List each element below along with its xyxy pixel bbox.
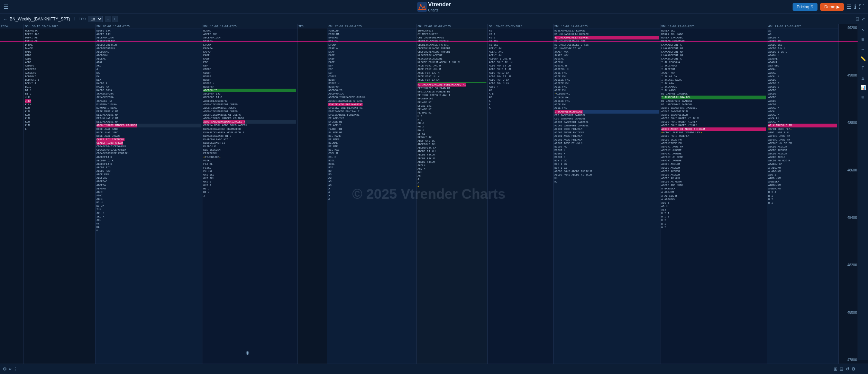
sidebar-pencil-icon[interactable]: ✏ <box>862 46 865 52</box>
col0-content <box>0 28 24 40</box>
grid-icon-button[interactable]: ☰ <box>847 3 851 10</box>
price-label: 48000 <box>839 311 857 314</box>
col-sd7: SD: 03-02 07-02-2025 HI HI J HI J HI JKL… <box>488 24 553 364</box>
price-label: 49000 <box>839 73 857 77</box>
top-navigation-bar: ☰ Vtrender Charts Pricing ₹ Demo ▶ ☰ ℹ ⛶ <box>0 0 868 14</box>
col1-header: SD: 30-12 03-01-2025 <box>24 24 95 28</box>
sidebar-chart-icon[interactable]: 📊 <box>860 85 866 90</box>
price-label: 48600 <box>839 168 857 172</box>
sidebar-magnet-icon[interactable]: ⊞ <box>862 37 865 42</box>
separator: | <box>74 17 75 21</box>
refresh-button[interactable]: ↺ <box>846 366 849 372</box>
back-button[interactable]: ← <box>3 16 8 22</box>
sidebar-shape-icon[interactable]: △ <box>862 75 865 81</box>
settings-button[interactable]: ⚙ <box>3 366 7 372</box>
bottom-toolbar: ⚙ W ⋮ ⊞ ⊟ ↺ ⚙ <box>0 364 868 374</box>
col5-content: FGNKLMA EFGKLMA EFGLMA EFG MA EFGMA EFAF… <box>327 28 416 202</box>
col-sd3: SD: 13-01 17-01-2025 NJEML ACEFG JKM ABC… <box>202 24 298 364</box>
col3-content: NJEML ACEFG JKM ABCEFGHIJKM EFGLMA EFGMA… <box>202 28 297 198</box>
col4-content <box>298 28 327 30</box>
col8-content: HIJLMAFGJKLIJ KLMABC HI JKLMAFGJKLIJ KLM… <box>554 28 660 184</box>
price-label: 48200 <box>839 263 857 267</box>
price-label: 48800 <box>839 121 857 125</box>
col-sd9: SD: 17-02 21-02-2025 BDKLA JKL BDKLA JKL… <box>660 24 767 364</box>
col2-header: SD: 06-01 10-01-2025 <box>95 24 202 28</box>
col0-header: 2024 <box>0 24 24 28</box>
topbar-left: ☰ <box>0 3 12 10</box>
pricing-button[interactable]: Pricing ₹ <box>793 3 817 11</box>
more-options-button[interactable]: ⋮ <box>13 366 18 372</box>
chart-toolbar: ← BN_Weekly_(BANKNIFTY_SPT) | TPO 18 12 … <box>0 14 868 24</box>
col2-content: NDEFG IJA ACEFG IJM ABCEFGHIJKM ABCDEFGH… <box>95 28 202 233</box>
price-axis: 49200 49000 48800 48600 48400 48200 4800… <box>839 24 858 364</box>
zoom-in-button[interactable]: + <box>112 16 118 22</box>
sidebar-text-icon[interactable]: T <box>862 66 865 71</box>
secondbar-right-icons: ⊡ ⤢ <box>856 16 865 21</box>
hamburger-icon[interactable]: ☰ <box>3 3 8 10</box>
sidebar-cursor-icon[interactable]: ↖ <box>862 27 865 33</box>
logo-text: Vtrender <box>428 1 451 8</box>
fullscreen-icon-button[interactable]: ⛶ <box>859 4 865 10</box>
demo-button[interactable]: Demo ▶ <box>820 3 844 11</box>
col10-content: AC AC ABCDE K ABCDE JK ABCDE JKL ABCDE I… <box>767 28 838 205</box>
right-sidebar: ↖ ⊞ ✏ 📏 T △ 📊 ⊞ <box>858 24 868 360</box>
price-label: 47800 <box>839 358 857 362</box>
logo-sub: Charts <box>428 8 451 12</box>
col5-header: SD: 20-01 24-01-2025 <box>327 24 416 28</box>
col7-header: SD: 03-02 07-02-2025 <box>488 24 553 28</box>
horizontal-price-line <box>0 41 858 42</box>
col9-header: SD: 17-02 21-02-2025 <box>660 24 767 28</box>
zoom-out-button[interactable]: − <box>105 16 111 22</box>
columns-container: 2024 SD: 30-12 03-01-2025 NDEFGIJA DEFGI… <box>0 24 839 364</box>
col3-header: SD: 13-01 17-01-2025 <box>202 24 297 28</box>
chart-title: BN_Weekly_(BANKNIFTY_SPT) <box>10 17 70 21</box>
col-sd1: SD: 30-12 03-01-2025 NDEFGIJA DEFGI JAE … <box>24 24 95 364</box>
sidebar-ruler-icon[interactable]: 📏 <box>860 56 866 62</box>
col-sd8: SD: 10-02 14-02-2025 HIJLMAFGJKLIJ KLMAB… <box>554 24 660 364</box>
expand-icon-button[interactable]: ⤢ <box>861 16 865 21</box>
tpo-select[interactable]: 18 12 24 <box>88 16 103 22</box>
topbar-right: Pricing ₹ Demo ▶ ☰ ℹ ⛶ <box>793 3 865 11</box>
col9-content: BDKLA JKL BDKLA JKL MABC BDKLA IJKLMABC … <box>660 28 767 230</box>
logo-icon <box>417 2 427 12</box>
chart-area: © 2025 Vtrender Charts 2024 SD: 30-12 03… <box>0 24 858 364</box>
logo-area: Vtrender Charts <box>417 1 451 12</box>
bottom-settings-button[interactable]: ⚙ <box>851 366 856 372</box>
crosshair-icon[interactable]: ⊕ <box>246 349 249 357</box>
col8-header: SD: 10-02 14-02-2025 <box>554 24 660 28</box>
col6-header: 6D: 27-01 01-02-2025 <box>417 24 487 28</box>
sidebar-grid-icon[interactable]: ⊞ <box>862 95 865 100</box>
col1-content: NDEFGIJA DEFGI JAE DEFHI AE DEFHI AE DFH… <box>24 28 95 132</box>
col-sd5: SD: 20-01 24-01-2025 FGNKLMA EFGKLMA EFG… <box>327 24 417 364</box>
bottombar-right-icons: ⊞ ⊟ ↺ ⚙ <box>834 366 856 372</box>
info-icon-button[interactable]: ℹ <box>854 3 856 10</box>
col-sd2: SD: 06-01 10-01-2025 NDEFG IJA ACEFG IJM… <box>95 24 202 364</box>
svg-point-2 <box>420 4 421 6</box>
grid-view-button[interactable]: ⊞ <box>834 366 838 372</box>
col-year: 2024 <box>0 24 24 364</box>
col-tpo: TPO <box>298 24 328 364</box>
price-label: 49200 <box>839 26 857 30</box>
col4-header: TPO <box>298 24 327 28</box>
tpo-label: TPO <box>79 17 86 21</box>
price-label: 48400 <box>839 216 857 220</box>
w-label: W <box>9 367 11 371</box>
col6-content: IMFGJKFGIJ CI MDFGIJKFGI CHI JMDEFGHIJKF… <box>417 28 487 189</box>
layout-icon-button[interactable]: ⊡ <box>856 16 859 21</box>
list-view-button[interactable]: ⊟ <box>840 366 843 372</box>
col-4d10: 4D: 24-02 28-02-2025 AC AC ABCDE K ABCDE… <box>767 24 839 364</box>
col-6d6: 6D: 27-01 01-02-2025 IMFGJKFGIJ CI MDFGI… <box>417 24 488 364</box>
logo-text-area: Vtrender Charts <box>428 1 451 12</box>
zoom-controls: − + <box>105 16 118 22</box>
col10-header: 4D: 24-02 28-02-2025 <box>767 24 838 28</box>
